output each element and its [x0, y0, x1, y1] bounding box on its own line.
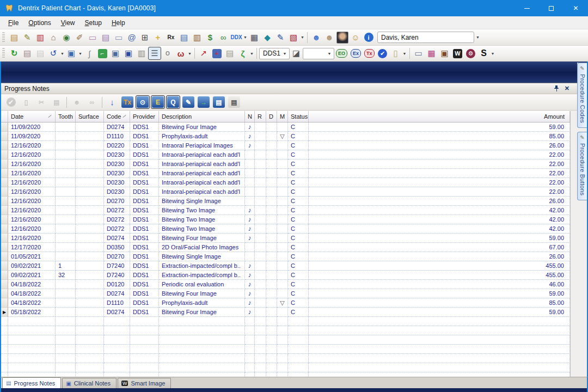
column-header-n[interactable]: N	[245, 111, 255, 122]
column-header-tooth[interactable]: Tooth	[56, 111, 76, 122]
switch-patient-icon[interactable]: ☺	[349, 31, 362, 44]
document-edit-icon[interactable]: ✎	[21, 31, 34, 44]
card-icon[interactable]: ▭	[86, 31, 99, 44]
chevron-down-icon[interactable]: ▼	[325, 48, 334, 59]
table-row[interactable]: 12/16/2020D0272DDS1Bitewing Two Image♪C4…	[1, 215, 570, 224]
clinical-note-button[interactable]: ✎	[181, 95, 195, 109]
row-selector[interactable]	[1, 271, 8, 280]
clipboard-tooth-icon[interactable]: ▥	[135, 47, 148, 60]
minimize-button[interactable]	[514, 0, 539, 16]
column-header-description[interactable]: Description	[159, 111, 245, 122]
patient-education-icon-dropdown[interactable]: ▼	[300, 31, 305, 44]
close-button[interactable]: ✕	[564, 0, 588, 16]
row-selector[interactable]	[1, 280, 8, 289]
table-row[interactable]: 12/16/2020D0274DDS1Bitewing Four Image♪C…	[1, 234, 570, 243]
menu-item-help[interactable]: Help	[107, 17, 130, 28]
family-file-icon[interactable]: ▤	[8, 31, 21, 44]
table-row[interactable]: 12/16/2020D0270DDS1Bitewing Single Image…	[1, 197, 570, 206]
search-filter-button[interactable]: Q	[166, 95, 180, 109]
column-header-r[interactable]: R	[255, 111, 266, 122]
table-row[interactable]: 09/02/20211D7240DDS1Extraction-impacted/…	[1, 261, 570, 271]
menu-item-options[interactable]: Options	[23, 17, 56, 28]
table-row[interactable]: 12/16/2020D0230DDS1Intraoral-periapical …	[1, 150, 570, 160]
column-header-m[interactable]: M	[277, 111, 288, 122]
column-header-date[interactable]: Date	[8, 111, 56, 122]
row-selector[interactable]	[1, 289, 8, 298]
patient-info-icon[interactable]: i	[362, 31, 375, 44]
print-icon[interactable]: ▤	[21, 47, 34, 60]
table-row[interactable]: 09/02/202132D7240DDS1Extraction-impacted…	[1, 271, 570, 280]
tooth-export-icon[interactable]: ↗	[197, 47, 210, 60]
table-row[interactable]: 11/09/2020D0274DDS1Bitewing Four Image♪C…	[1, 122, 570, 132]
ddx-button[interactable]: DDX	[230, 31, 243, 44]
table-row[interactable]: 12/16/2020D0272DDS1Bitewing Two Image♪C4…	[1, 224, 570, 234]
column-header-status[interactable]: Status	[288, 111, 309, 122]
card-clock-icon[interactable]: ▭	[112, 31, 125, 44]
person-card-icon[interactable]: ☻	[323, 31, 336, 44]
row-selector[interactable]	[1, 122, 8, 132]
clock-filter-button[interactable]: ⊙	[136, 95, 150, 109]
row-selector[interactable]	[1, 261, 8, 271]
perio-probe-icon[interactable]: ✐	[73, 31, 86, 44]
dental-chair-icon[interactable]: ⌐	[96, 47, 109, 60]
tooth-outline-icon[interactable]: O	[161, 47, 174, 60]
row-selector[interactable]	[1, 160, 8, 169]
settings-gear-icon[interactable]: ⚙	[464, 47, 477, 60]
row-selector[interactable]	[1, 234, 8, 243]
row-selector[interactable]	[1, 169, 8, 178]
row-selector[interactable]	[1, 206, 8, 215]
bottom-tab-clinical-notes[interactable]: ▣Clinical Notes	[62, 378, 117, 388]
ex-badge[interactable]: Ex	[351, 49, 361, 58]
bottom-tab-smart-image[interactable]: WSmart Image	[118, 378, 171, 388]
email-icon[interactable]: @	[125, 31, 138, 44]
row-selector[interactable]	[1, 243, 8, 252]
complete-check-icon[interactable]: ✔	[376, 47, 389, 60]
chart-refresh-icon-dropdown[interactable]: ▼	[60, 47, 65, 60]
smart-features-icon-dropdown[interactable]: ▼	[491, 47, 495, 60]
column-header-provider[interactable]: Provider	[130, 111, 159, 122]
table-row[interactable]: 04/18/2022D0274DDS1Bitewing Four Image♪C…	[1, 289, 570, 298]
table-row[interactable]: 04/18/2022D0120DDS1Periodic oral evaluat…	[1, 280, 570, 289]
provider-combo[interactable]: DDS1▼	[259, 48, 290, 59]
mascot-icon[interactable]: ζ	[236, 47, 249, 60]
consent-doc-icon[interactable]: ✎	[274, 31, 287, 44]
row-selector[interactable]	[1, 178, 8, 187]
column-header-amount[interactable]: Amount	[309, 111, 570, 122]
row-selector[interactable]	[1, 187, 8, 197]
table-row[interactable]: 12/16/2020D0230DDS1Intraoral-periapical …	[1, 187, 570, 197]
table-row[interactable]: ▶05/18/2022D0274DDS1Bitewing Four Image♪…	[1, 308, 570, 317]
progress-notes-panel-toggle[interactable]: ☰	[148, 47, 161, 60]
chart-blank-combo[interactable]: ▼	[303, 48, 334, 59]
smart-features-icon[interactable]: S	[477, 47, 491, 60]
table-row[interactable]: 12/16/2020D0230DDS1Intraoral-periapical …	[1, 160, 570, 169]
mascot-icon-dropdown[interactable]: ▼	[249, 47, 254, 60]
menu-item-file[interactable]: File	[3, 17, 23, 28]
menu-item-view[interactable]: View	[56, 17, 80, 28]
panel-tooth-icon[interactable]: ▣	[122, 47, 135, 60]
menu-item-setup[interactable]: Setup	[80, 17, 107, 28]
id-card-icon[interactable]: ▦	[248, 31, 261, 44]
monitor-edit-icon-dropdown[interactable]: ▼	[78, 47, 83, 60]
rx-icon[interactable]: Rx	[164, 31, 177, 44]
row-selector[interactable]	[1, 252, 8, 261]
column-header-code[interactable]: Code	[104, 111, 130, 122]
dentures-icon[interactable]: ω	[174, 47, 187, 60]
exam-filter-button[interactable]: E	[151, 95, 165, 109]
row-selector[interactable]	[1, 132, 8, 141]
chart-refresh-icon[interactable]: ↺	[47, 47, 60, 60]
row-selector[interactable]	[1, 197, 8, 206]
eo-badge[interactable]: EO	[336, 49, 347, 58]
pin-icon[interactable]	[554, 85, 559, 91]
table-row[interactable]: 11/09/2020D1110DDS1Prophylaxis-adult♪▽C8…	[1, 132, 570, 141]
row-selector[interactable]	[1, 224, 8, 234]
chevron-down-icon[interactable]: ▼	[280, 48, 289, 59]
monitor-tooth-icon[interactable]: ▣	[109, 47, 122, 60]
color-grid-icon[interactable]: ▦	[425, 47, 438, 60]
table-row[interactable]: 12/16/2020D0230DDS1Intraoral-periapical …	[1, 178, 570, 187]
patient-selector-combo[interactable]: Davis, Karen	[377, 32, 474, 43]
side-tab-procedure-codes[interactable]: ✎Procedure Codes	[577, 63, 587, 128]
side-tab-procedure-buttons[interactable]: ✎Procedure Buttons	[577, 132, 587, 200]
framed-tooth-icon[interactable]: ▣	[438, 47, 451, 60]
dentures-icon-dropdown[interactable]: ▼	[187, 47, 192, 60]
tooth-movement-icon[interactable]: +	[210, 47, 223, 60]
